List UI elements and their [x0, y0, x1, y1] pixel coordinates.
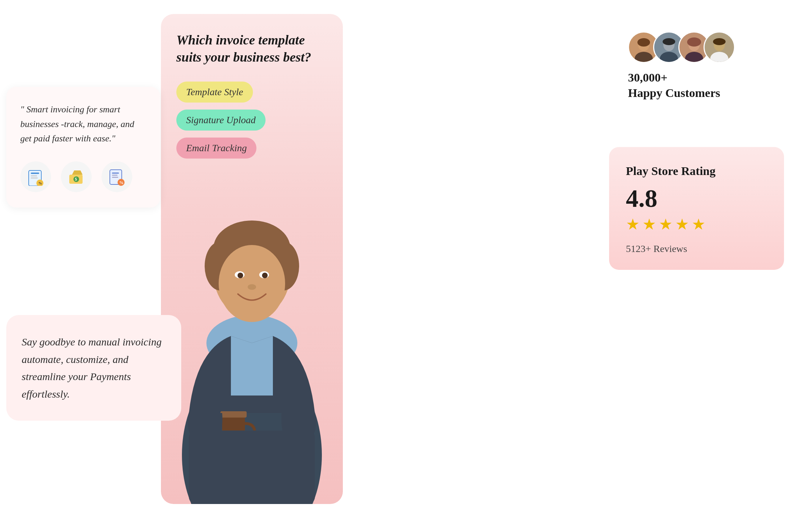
svg-rect-28 [112, 177, 118, 178]
svg-point-34 [637, 38, 650, 47]
testimonial-card: " Smart invoicing for smart businesses -… [6, 87, 160, 208]
bottom-promo-card: Say goodbye to manual invoicing automate… [6, 315, 181, 421]
svg-text:%: % [38, 181, 42, 185]
payment-icon: $ [61, 161, 92, 192]
tag-signature-upload[interactable]: Signature Upload [176, 110, 266, 131]
svg-point-42 [687, 37, 701, 47]
svg-text:%: % [119, 180, 123, 185]
rating-score: 4.8 [626, 185, 767, 212]
customers-count: 30,000+ Happy Customers [628, 70, 720, 101]
tags-row-1: Template Style Signature Upload [176, 82, 327, 131]
center-card: Which invoice template suits your busine… [161, 14, 343, 504]
svg-rect-27 [112, 175, 118, 176]
feature-icons-row: % $ % [20, 161, 146, 192]
invoice-icon: % [101, 161, 132, 192]
svg-rect-19 [31, 177, 38, 178]
tags-row-2: Email Tracking [176, 138, 327, 159]
reviews-count: 5123+ Reviews [626, 243, 767, 254]
invoice-question: Which invoice template suits your busine… [176, 31, 327, 66]
stars-row: ★ ★ ★ ★ ★ [626, 215, 767, 233]
avatars-row [628, 31, 735, 63]
customers-section: 30,000+ Happy Customers [628, 31, 735, 101]
main-scene: Which invoice template suits your busine… [0, 0, 812, 525]
svg-rect-14 [220, 411, 247, 418]
svg-rect-15 [189, 430, 315, 504]
rating-title: Play Store Rating [626, 164, 767, 178]
svg-rect-26 [112, 173, 119, 174]
tag-template-style[interactable]: Template Style [176, 82, 253, 103]
svg-text:$: $ [75, 177, 77, 182]
svg-point-10 [238, 273, 243, 278]
star-4: ★ [675, 215, 689, 233]
svg-rect-18 [31, 175, 37, 176]
testimonial-text: " Smart invoicing for smart businesses -… [20, 102, 146, 146]
star-5: ★ [692, 215, 705, 233]
tag-email-tracking[interactable]: Email Tracking [176, 138, 256, 159]
svg-point-11 [262, 273, 268, 278]
svg-point-7 [219, 245, 285, 322]
person-image [168, 168, 336, 504]
svg-rect-17 [31, 173, 39, 174]
svg-point-46 [713, 38, 726, 45]
vat-icon: % [20, 161, 51, 192]
star-3: ★ [659, 215, 672, 233]
promo-text: Say goodbye to manual invoicing automate… [22, 333, 166, 402]
star-2: ★ [642, 215, 656, 233]
avatar-4 [704, 31, 735, 63]
star-1: ★ [626, 215, 640, 233]
svg-point-38 [663, 38, 675, 45]
rating-card: Play Store Rating 4.8 ★ ★ ★ ★ ★ 5123+ Re… [609, 147, 784, 270]
svg-point-12 [248, 284, 256, 290]
